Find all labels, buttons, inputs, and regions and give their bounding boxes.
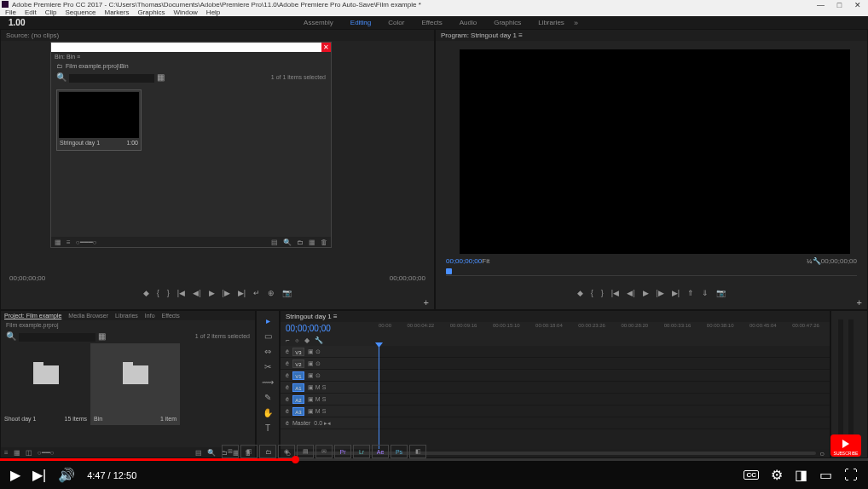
ws-libraries[interactable]: Libraries xyxy=(538,19,564,26)
menu-edit[interactable]: Edit xyxy=(25,9,37,16)
window-min[interactable]: — xyxy=(812,1,830,9)
tb-app-icon[interactable]: Ps xyxy=(391,445,408,458)
marker-add-icon[interactable]: ◆ xyxy=(304,337,310,344)
tab-libraries[interactable]: Libraries xyxy=(115,313,138,319)
track-a2[interactable]: êA2▣ M S xyxy=(281,394,379,406)
bin-close-icon[interactable]: ✕ xyxy=(321,43,331,52)
step-back-icon[interactable]: ◀| xyxy=(193,289,200,297)
youtube-subscribe[interactable]: SUBSCRIBE xyxy=(830,434,861,457)
vp-play-icon[interactable]: ▶ xyxy=(10,467,20,483)
p-in-icon[interactable]: { xyxy=(591,289,593,297)
tb-app-icon[interactable]: 🗀 xyxy=(259,445,276,458)
prog-fit[interactable]: Fit xyxy=(482,257,489,265)
timeline-tc[interactable]: 00;00;00;00 xyxy=(286,324,331,333)
tb-app-icon[interactable]: ▤ xyxy=(297,445,314,458)
track-a3[interactable]: êA3▣ M S xyxy=(281,406,379,417)
p-step-back-icon[interactable]: ◀| xyxy=(627,289,634,297)
zoom-slider[interactable]: ○━━━○ xyxy=(76,239,97,246)
proj-zoom-slider[interactable]: ○━━○ xyxy=(38,449,55,457)
view-list-icon[interactable]: ≡ xyxy=(67,239,71,246)
trash-icon[interactable]: 🗑 xyxy=(321,239,327,246)
program-header[interactable]: Program: Stringout day 1 ≡ xyxy=(436,30,867,41)
tab-media[interactable]: Media Browser xyxy=(68,313,108,319)
view-icon-icon[interactable]: ▦ xyxy=(14,449,20,457)
track-v1[interactable]: êV1▣ ⊙ xyxy=(281,370,379,382)
ws-effects[interactable]: Effects xyxy=(421,19,442,26)
wrench-icon[interactable]: 🔧 xyxy=(813,257,821,265)
ripple-tool-icon[interactable]: ⇔ xyxy=(264,347,271,356)
source-header[interactable]: Source: (no clips) xyxy=(1,30,434,41)
p-lift-icon[interactable]: ⇑ xyxy=(687,289,694,297)
track-select-tool-icon[interactable]: ▭ xyxy=(264,331,272,341)
vp-volume-icon[interactable]: 🔊 xyxy=(58,467,75,483)
bin-item[interactable]: Stringout day 11:00 xyxy=(56,89,142,151)
tl-zoom-in-icon[interactable]: ○ xyxy=(819,449,825,458)
menu-clip[interactable]: Clip xyxy=(45,9,57,16)
proj-filter-icon[interactable]: ▦ xyxy=(98,331,106,341)
export-frame-icon[interactable]: 📷 xyxy=(282,289,292,297)
ws-assembly[interactable]: Assembly xyxy=(304,19,333,26)
bin-crumb[interactable]: Film example.prproj\Bin xyxy=(66,63,129,69)
bin-filter-icon[interactable]: ▦ xyxy=(157,72,165,82)
tab-effects[interactable]: Effects xyxy=(162,313,180,319)
p-goto-out-icon[interactable]: ▶| xyxy=(672,289,680,297)
razor-tool-icon[interactable]: ✂ xyxy=(264,362,271,371)
overwrite-icon[interactable]: ⊕ xyxy=(268,289,275,297)
vp-next-icon[interactable]: ▶| xyxy=(32,467,46,483)
proj-search-input[interactable] xyxy=(19,333,95,342)
goto-in-icon[interactable]: |◀ xyxy=(177,289,185,297)
tab-project[interactable]: Project: Film example xyxy=(4,313,61,319)
tb-app-icon[interactable]: ◧ xyxy=(409,445,426,458)
find-icon[interactable]: 🔍 xyxy=(283,239,292,246)
ws-overflow-icon[interactable]: » xyxy=(574,19,578,27)
p-export-frame-icon[interactable]: 📷 xyxy=(716,289,726,297)
step-fwd-icon[interactable]: |▶ xyxy=(223,289,230,297)
prog-playhead[interactable] xyxy=(446,268,452,274)
timeline-header[interactable]: Stringout day 1 ≡ xyxy=(281,311,830,322)
find-icon[interactable]: 🔍 xyxy=(207,449,216,457)
new-bin-icon[interactable]: 🗀 xyxy=(297,239,304,246)
type-tool-icon[interactable]: T xyxy=(265,423,270,433)
menu-window[interactable]: Window xyxy=(173,9,197,16)
slip-tool-icon[interactable]: ⟿ xyxy=(262,377,274,387)
snap-icon[interactable]: ⌐ xyxy=(286,337,290,344)
menu-markers[interactable]: Markers xyxy=(105,9,130,16)
p-play-icon[interactable]: ▶ xyxy=(643,289,649,297)
tb-app-icon[interactable]: ✉ xyxy=(315,445,333,458)
menu-help[interactable]: Help xyxy=(206,9,220,16)
timeline-ruler[interactable]: 00:0000:00:04:2200:00:09:1600:00:15:1000… xyxy=(379,323,819,333)
prog-tc-out[interactable]: 00;00;00;00 xyxy=(821,257,857,265)
src-scrub[interactable] xyxy=(45,274,389,282)
out-icon[interactable]: } xyxy=(167,289,170,297)
proj-item-shoot[interactable]: Shoot day 115 items xyxy=(1,343,90,425)
bin-search-input[interactable] xyxy=(69,74,154,83)
settings-icon[interactable]: 🔧 xyxy=(315,337,323,344)
p-out-icon[interactable]: } xyxy=(601,289,604,297)
tb-app-icon[interactable]: Pr xyxy=(334,445,351,458)
p-goto-in-icon[interactable]: |◀ xyxy=(611,289,619,297)
selection-tool-icon[interactable]: ▸ xyxy=(266,316,270,325)
play-icon[interactable]: ▶ xyxy=(209,289,215,297)
program-monitor[interactable] xyxy=(460,49,850,254)
vp-theater-icon[interactable]: ▭ xyxy=(819,467,832,483)
view-free-icon[interactable]: ◫ xyxy=(26,449,32,457)
view-list-icon[interactable]: ≡ xyxy=(4,449,9,457)
vp-fullscreen-icon[interactable]: ⛶ xyxy=(844,468,858,483)
prog-button-editor-icon[interactable]: + xyxy=(857,297,862,308)
tb-app-icon[interactable]: ⊞ xyxy=(222,445,239,458)
ws-audio[interactable]: Audio xyxy=(460,19,477,26)
ws-editing[interactable]: Editing xyxy=(350,19,371,26)
ws-graphics[interactable]: Graphics xyxy=(494,19,521,26)
track-v2[interactable]: êV2▣ ⊙ xyxy=(281,358,379,370)
goto-out-icon[interactable]: ▶| xyxy=(238,289,246,297)
video-progress[interactable] xyxy=(0,458,868,461)
tab-info[interactable]: Info xyxy=(145,313,155,319)
p-extract-icon[interactable]: ⇓ xyxy=(702,289,709,297)
menu-sequence[interactable]: Sequence xyxy=(65,9,95,16)
src-button-editor-icon[interactable]: + xyxy=(424,297,429,308)
new-item-icon[interactable]: ▦ xyxy=(309,239,315,246)
track-master[interactable]: êMaster0.0 ▸◂ xyxy=(281,417,379,429)
track-a1[interactable]: êA1▣ M S xyxy=(281,382,379,394)
p-step-fwd-icon[interactable]: |▶ xyxy=(657,289,664,297)
marker-icon[interactable]: ◆ xyxy=(143,289,149,297)
